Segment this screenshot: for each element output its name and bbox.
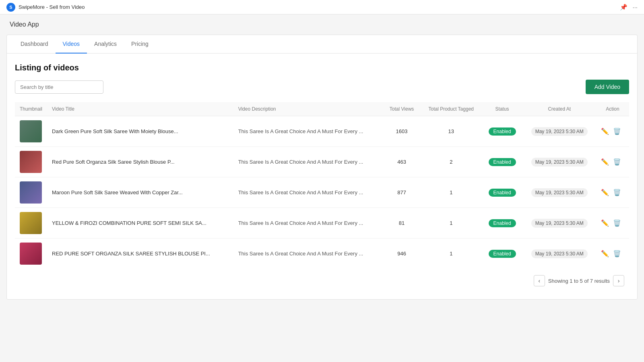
video-description-cell: This Saree Is A Great Choice And A Must …	[233, 239, 383, 269]
action-cell: ✏️ 🗑️	[596, 208, 629, 239]
pagination: ‹ Showing 1 to 5 of 7 results ›	[15, 269, 629, 290]
toolbar: Add Video	[15, 80, 629, 94]
delete-icon[interactable]: 🗑️	[613, 189, 621, 196]
top-bar-right: 📌 ···	[620, 4, 638, 11]
total-views-cell: 463	[383, 147, 421, 177]
thumbnail-image	[20, 120, 42, 142]
search-input[interactable]	[15, 80, 103, 94]
action-cell: ✏️ 🗑️	[596, 116, 629, 147]
total-views-cell: 81	[383, 208, 421, 239]
thumbnail-cell	[15, 147, 47, 177]
action-cell: ✏️ 🗑️	[596, 239, 629, 269]
created-at-badge: May 19, 2023 5:30 AM	[531, 249, 588, 258]
created-at-cell: May 19, 2023 5:30 AM	[523, 147, 596, 177]
status-cell: Enabled	[482, 208, 523, 239]
thumbnail-cell	[15, 239, 47, 269]
edit-icon[interactable]: ✏️	[601, 250, 609, 257]
tab-videos[interactable]: Videos	[56, 35, 87, 53]
col-header-thumbnail: Thumbnail	[15, 102, 47, 116]
app-icon: S	[6, 3, 15, 12]
edit-icon[interactable]: ✏️	[601, 128, 609, 135]
status-badge: Enabled	[489, 219, 516, 227]
action-icons: ✏️ 🗑️	[601, 158, 624, 166]
total-tagged-cell: 1	[421, 239, 482, 269]
more-icon[interactable]: ···	[632, 4, 638, 10]
total-views-cell: 946	[383, 239, 421, 269]
edit-icon[interactable]: ✏️	[601, 189, 609, 196]
top-bar-left: S SwipeMore - Sell from Video	[6, 3, 85, 12]
table-row: Red Pure Soft Organza Silk Saree Stylish…	[15, 147, 629, 177]
pagination-info: Showing 1 to 5 of 7 results	[548, 278, 610, 284]
total-tagged-cell: 1	[421, 177, 482, 208]
tab-dashboard[interactable]: Dashboard	[13, 35, 56, 53]
tabs: Dashboard Videos Analytics Pricing	[7, 35, 637, 53]
thumbnail-cell	[15, 116, 47, 147]
video-description-cell: This Saree Is A Great Choice And A Must …	[233, 177, 383, 208]
action-icons: ✏️ 🗑️	[601, 189, 624, 196]
edit-icon[interactable]: ✏️	[601, 219, 609, 227]
app-title-text: SwipeMore - Sell from Video	[19, 4, 85, 10]
status-cell: Enabled	[482, 239, 523, 269]
pin-icon[interactable]: 📌	[620, 4, 627, 11]
total-tagged-cell: 13	[421, 116, 482, 147]
thumbnail-image	[20, 212, 42, 234]
add-video-button[interactable]: Add Video	[586, 80, 629, 94]
table-row: Maroon Pure Soft Silk Saree Weaved With …	[15, 177, 629, 208]
page-title: Video App	[10, 21, 39, 28]
created-at-badge: May 19, 2023 5:30 AM	[531, 188, 588, 197]
edit-icon[interactable]: ✏️	[601, 158, 609, 166]
pagination-next-button[interactable]: ›	[613, 275, 624, 286]
col-header-video-title: Video Title	[47, 102, 233, 116]
tab-analytics[interactable]: Analytics	[87, 35, 124, 53]
col-header-created-at: Created At	[523, 102, 596, 116]
status-badge: Enabled	[489, 250, 516, 258]
total-views-cell: 877	[383, 177, 421, 208]
action-icons: ✏️ 🗑️	[601, 128, 624, 135]
action-cell: ✏️ 🗑️	[596, 147, 629, 177]
video-description-cell: This Saree Is A Great Choice And A Must …	[233, 208, 383, 239]
created-at-badge: May 19, 2023 5:30 AM	[531, 158, 588, 167]
delete-icon[interactable]: 🗑️	[613, 250, 621, 257]
thumbnail-cell	[15, 208, 47, 239]
main-content: Dashboard Videos Analytics Pricing Listi…	[6, 35, 638, 300]
col-header-video-description: Video Description	[233, 102, 383, 116]
status-cell: Enabled	[482, 116, 523, 147]
created-at-badge: May 19, 2023 5:30 AM	[531, 219, 588, 228]
videos-table: Thumbnail Video Title Video Description …	[15, 102, 629, 269]
video-title-cell: Red Pure Soft Organza Silk Saree Stylish…	[47, 147, 233, 177]
delete-icon[interactable]: 🗑️	[613, 158, 621, 166]
video-description-cell: This Saree Is A Great Choice And A Must …	[233, 147, 383, 177]
tab-pricing[interactable]: Pricing	[124, 35, 156, 53]
col-header-action: Action	[596, 102, 629, 116]
top-bar: S SwipeMore - Sell from Video 📌 ···	[0, 0, 644, 14]
video-description-cell: This Saree Is A Great Choice And A Must …	[233, 116, 383, 147]
status-badge: Enabled	[489, 128, 516, 136]
status-cell: Enabled	[482, 147, 523, 177]
created-at-cell: May 19, 2023 5:30 AM	[523, 177, 596, 208]
status-badge: Enabled	[489, 158, 516, 166]
video-title-cell: Maroon Pure Soft Silk Saree Weaved With …	[47, 177, 233, 208]
delete-icon[interactable]: 🗑️	[613, 128, 621, 135]
delete-icon[interactable]: 🗑️	[613, 219, 621, 227]
col-header-status: Status	[482, 102, 523, 116]
total-views-cell: 1603	[383, 116, 421, 147]
created-at-cell: May 19, 2023 5:30 AM	[523, 239, 596, 269]
status-badge: Enabled	[489, 189, 516, 197]
action-icons: ✏️ 🗑️	[601, 250, 624, 257]
table-row: RED PURE SOFT ORGANZA SILK SAREE STYLISH…	[15, 239, 629, 269]
table-row: YELLOW & FIROZI COMBINATION PURE SOFT SE…	[15, 208, 629, 239]
content-area: Listing of videos Add Video Thumbnail Vi…	[7, 53, 637, 299]
total-tagged-cell: 1	[421, 208, 482, 239]
page-header: Video App	[0, 14, 644, 35]
created-at-cell: May 19, 2023 5:30 AM	[523, 208, 596, 239]
table-row: Dark Green Pure Soft Silk Saree With Moi…	[15, 116, 629, 147]
col-header-total-product-tagged: Total Product Tagged	[421, 102, 482, 116]
video-title-cell: RED PURE SOFT ORGANZA SILK SAREE STYLISH…	[47, 239, 233, 269]
action-icons: ✏️ 🗑️	[601, 219, 624, 227]
col-header-total-views: Total Views	[383, 102, 421, 116]
video-title-cell: YELLOW & FIROZI COMBINATION PURE SOFT SE…	[47, 208, 233, 239]
created-at-badge: May 19, 2023 5:30 AM	[531, 127, 588, 136]
video-title-cell: Dark Green Pure Soft Silk Saree With Moi…	[47, 116, 233, 147]
pagination-prev-button[interactable]: ‹	[534, 275, 545, 286]
thumbnail-image	[20, 151, 42, 173]
